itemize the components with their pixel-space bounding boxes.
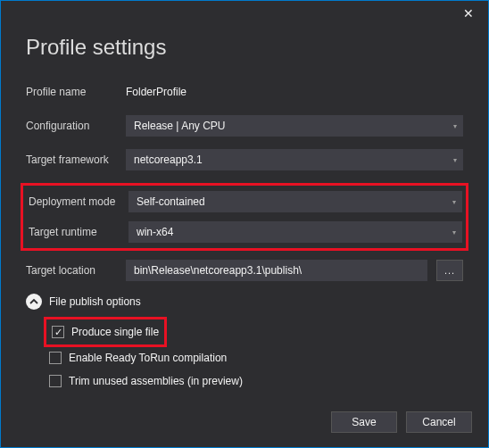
label-target-framework: Target framework — [26, 153, 126, 166]
highlight-box-single-file: Produce single file — [44, 317, 167, 347]
checkbox-ready-to-run[interactable] — [49, 352, 62, 364]
titlebar: ✕ — [1, 1, 488, 26]
chevron-up-icon[interactable] — [26, 294, 42, 310]
textbox-target-location[interactable]: bin\Release\netcoreapp3.1\publish\ — [126, 260, 427, 281]
save-button[interactable]: Save — [331, 411, 397, 433]
dropdown-configuration-value: Release | Any CPU — [134, 120, 226, 132]
label-target-runtime: Target runtime — [27, 226, 128, 238]
expander-file-publish[interactable]: File publish options — [26, 294, 463, 310]
browse-button[interactable]: ... — [436, 260, 463, 281]
dropdown-target-framework[interactable]: netcoreapp3.1 ▾ — [126, 149, 463, 170]
save-button-label: Save — [352, 416, 376, 428]
row-target-location: Target location bin\Release\netcoreapp3.… — [26, 260, 463, 281]
close-icon[interactable]: ✕ — [458, 4, 479, 22]
row-target-runtime: Target runtime win-x64 ▾ — [27, 221, 462, 243]
dropdown-deployment-mode-value: Self-contained — [137, 195, 205, 208]
cancel-button-label: Cancel — [422, 416, 455, 428]
row-check-ready-to-run[interactable]: Enable Ready ToRun compilation — [49, 349, 463, 367]
textbox-target-location-value: bin\Release\netcoreapp3.1\publish\ — [134, 264, 302, 277]
label-check-ready-to-run: Enable Ready ToRun compilation — [69, 352, 227, 364]
label-deployment-mode: Deployment mode — [27, 195, 128, 208]
chevron-down-icon: ▾ — [453, 122, 457, 130]
checkbox-trim[interactable] — [49, 375, 62, 387]
dropdown-target-runtime[interactable]: win-x64 ▾ — [128, 221, 462, 243]
label-check-trim: Trim unused assemblies (in preview) — [69, 375, 243, 387]
expander-label: File publish options — [49, 295, 141, 308]
row-target-framework: Target framework netcoreapp3.1 ▾ — [26, 149, 463, 170]
checkbox-single-file[interactable] — [52, 326, 64, 338]
row-check-single-file[interactable]: Produce single file — [52, 323, 159, 341]
dropdown-target-framework-value: netcoreapp3.1 — [134, 153, 203, 166]
row-profile-name: Profile name FolderProfile — [26, 81, 463, 103]
label-target-location: Target location — [26, 264, 126, 277]
value-profile-name: FolderProfile — [126, 86, 463, 98]
dropdown-deployment-mode[interactable]: Self-contained ▾ — [128, 191, 462, 212]
browse-button-label: ... — [444, 265, 455, 276]
highlight-box-deployment: Deployment mode Self-contained ▾ Target … — [21, 183, 468, 251]
dialog-content: Profile settings Profile name FolderProf… — [1, 35, 488, 390]
row-configuration: Configuration Release | Any CPU ▾ — [26, 115, 463, 137]
label-configuration: Configuration — [26, 120, 126, 132]
row-deployment-mode: Deployment mode Self-contained ▾ — [27, 191, 462, 212]
label-profile-name: Profile name — [26, 86, 126, 98]
dropdown-target-runtime-value: win-x64 — [137, 226, 173, 238]
page-title: Profile settings — [26, 35, 463, 60]
chevron-down-icon: ▾ — [453, 156, 457, 164]
row-check-trim[interactable]: Trim unused assemblies (in preview) — [49, 372, 463, 390]
dropdown-configuration[interactable]: Release | Any CPU ▾ — [126, 115, 463, 137]
label-check-single-file: Produce single file — [71, 326, 159, 338]
chevron-down-icon: ▾ — [452, 228, 456, 236]
chevron-down-icon: ▾ — [452, 198, 456, 206]
cancel-button[interactable]: Cancel — [406, 411, 472, 433]
button-bar: Save Cancel — [331, 411, 472, 433]
